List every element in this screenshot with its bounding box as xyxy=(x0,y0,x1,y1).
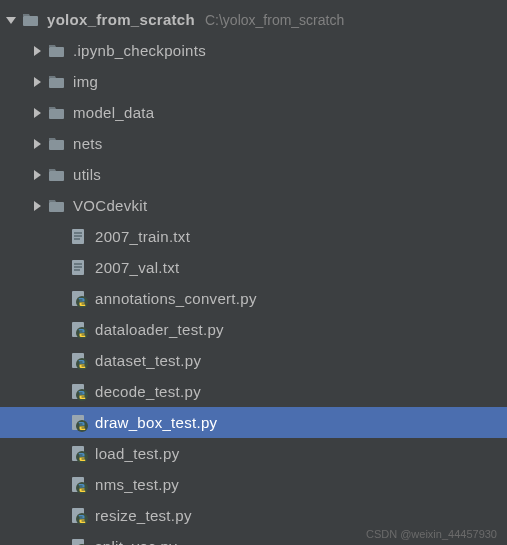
file-label: resize_test.py xyxy=(95,507,192,524)
tree-folder-row[interactable]: .ipynb_checkpoints xyxy=(0,35,507,66)
tree-file-row[interactable]: load_test.py xyxy=(0,438,507,469)
python-file-icon xyxy=(70,352,88,370)
chevron-right-icon[interactable] xyxy=(30,168,44,182)
tree-file-row[interactable]: nms_test.py xyxy=(0,469,507,500)
file-label: load_test.py xyxy=(95,445,180,462)
tree-file-row[interactable]: decode_test.py xyxy=(0,376,507,407)
tree-file-row[interactable]: dataloader_test.py xyxy=(0,314,507,345)
file-label: draw_box_test.py xyxy=(95,414,217,431)
chevron-right-icon[interactable] xyxy=(30,75,44,89)
python-file-icon xyxy=(70,414,88,432)
tree-file-row[interactable]: annotations_convert.py xyxy=(0,283,507,314)
tree-folder-row[interactable]: img xyxy=(0,66,507,97)
folder-icon xyxy=(48,135,66,153)
chevron-right-icon[interactable] xyxy=(30,137,44,151)
python-file-icon xyxy=(70,538,88,546)
python-file-icon xyxy=(70,321,88,339)
chevron-right-icon[interactable] xyxy=(30,106,44,120)
folder-icon xyxy=(48,104,66,122)
watermark-text: CSDN @weixin_44457930 xyxy=(366,528,497,540)
file-tree: yolox_from_scratch C:\yolox_from_scratch… xyxy=(0,0,507,545)
file-label: nms_test.py xyxy=(95,476,179,493)
tree-root-row[interactable]: yolox_from_scratch C:\yolox_from_scratch xyxy=(0,4,507,35)
folder-icon xyxy=(48,73,66,91)
file-label: dataloader_test.py xyxy=(95,321,224,338)
chevron-right-icon[interactable] xyxy=(30,199,44,213)
file-label: dataset_test.py xyxy=(95,352,201,369)
file-label: annotations_convert.py xyxy=(95,290,257,307)
root-path-label: C:\yolox_from_scratch xyxy=(205,12,344,28)
folder-label: nets xyxy=(73,135,103,152)
tree-folder-row[interactable]: model_data xyxy=(0,97,507,128)
python-file-icon xyxy=(70,383,88,401)
file-label: 2007_train.txt xyxy=(95,228,190,245)
chevron-right-icon[interactable] xyxy=(30,44,44,58)
folder-icon xyxy=(48,42,66,60)
folder-label: .ipynb_checkpoints xyxy=(73,42,206,59)
chevron-down-icon[interactable] xyxy=(4,13,18,27)
folder-label: utils xyxy=(73,166,101,183)
folder-label: img xyxy=(73,73,98,90)
tree-file-row[interactable]: 2007_train.txt xyxy=(0,221,507,252)
tree-file-row[interactable]: dataset_test.py xyxy=(0,345,507,376)
folder-icon xyxy=(22,11,40,29)
tree-file-row[interactable]: draw_box_test.py xyxy=(0,407,507,438)
python-file-icon xyxy=(70,445,88,463)
python-file-icon xyxy=(70,476,88,494)
file-label: split_voc.py xyxy=(95,538,177,545)
folder-icon xyxy=(48,166,66,184)
folder-label: model_data xyxy=(73,104,154,121)
file-label: decode_test.py xyxy=(95,383,201,400)
tree-folder-row[interactable]: VOCdevkit xyxy=(0,190,507,221)
tree-folder-row[interactable]: utils xyxy=(0,159,507,190)
tree-file-row[interactable]: 2007_val.txt xyxy=(0,252,507,283)
root-folder-label: yolox_from_scratch xyxy=(47,11,195,28)
python-file-icon xyxy=(70,507,88,525)
tree-file-row[interactable]: resize_test.py xyxy=(0,500,507,531)
folder-icon xyxy=(48,197,66,215)
tree-folder-row[interactable]: nets xyxy=(0,128,507,159)
text-file-icon xyxy=(70,228,88,246)
python-file-icon xyxy=(70,290,88,308)
text-file-icon xyxy=(70,259,88,277)
file-label: 2007_val.txt xyxy=(95,259,180,276)
folder-label: VOCdevkit xyxy=(73,197,147,214)
